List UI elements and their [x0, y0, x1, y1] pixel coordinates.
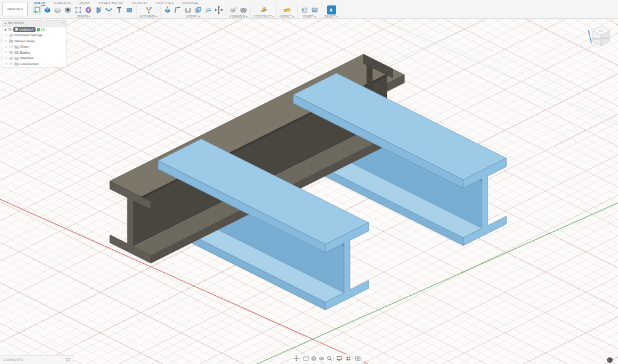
- eye-icon[interactable]: [9, 45, 13, 49]
- browser-item-origin[interactable]: ▷ Origin: [2, 44, 66, 50]
- tab-mesh[interactable]: MESH: [80, 1, 91, 5]
- viewcube-front-label[interactable]: FRONT: [593, 38, 601, 40]
- expand-caret-icon[interactable]: ▷: [5, 62, 8, 65]
- collapse-browser-icon[interactable]: ◀: [4, 22, 7, 25]
- browser-options-icon[interactable]: •: [63, 22, 65, 25]
- group-assemble: ASSEMBLE ▾: [226, 5, 251, 18]
- look-at-icon[interactable]: [319, 356, 325, 362]
- thread-icon[interactable]: [115, 5, 124, 14]
- offset-face-icon[interactable]: [204, 5, 213, 14]
- folder-icon: [14, 62, 19, 66]
- gear-icon: [9, 33, 13, 37]
- eye-icon[interactable]: [9, 62, 13, 66]
- pattern-icon[interactable]: [74, 5, 83, 14]
- folder-icon: [9, 39, 13, 43]
- group-construct-label[interactable]: CONSTRUCT ▾: [253, 15, 274, 18]
- measure-icon[interactable]: [282, 5, 291, 14]
- press-pull-icon[interactable]: [163, 5, 172, 14]
- display-settings-icon[interactable]: ▾: [336, 356, 344, 362]
- browser-panel: ◀ BROWSER • ◢ Untitled v4 ✓ • ▷ Document…: [2, 20, 67, 68]
- help-globe-icon[interactable]: [607, 355, 613, 362]
- grid-snaps-icon[interactable]: ▾: [345, 356, 353, 362]
- canvas-icon[interactable]: [310, 5, 319, 14]
- box-icon[interactable]: [125, 5, 134, 14]
- browser-root-row[interactable]: ◢ Untitled v4 ✓ •: [2, 27, 66, 33]
- joint-icon[interactable]: [239, 5, 248, 14]
- component-icon: [15, 28, 18, 31]
- browser-item-sketches[interactable]: ▷ Sketches: [2, 56, 66, 62]
- navigation-toolbar: ▾ ▾ ▾ ▾ ▾: [291, 354, 365, 362]
- tab-manage[interactable]: MANAGE: [182, 1, 198, 5]
- orbit-icon[interactable]: [311, 356, 317, 362]
- fit-icon[interactable]: [303, 356, 309, 362]
- shell-icon[interactable]: [183, 5, 193, 14]
- browser-item-named-views[interactable]: ▷ Named Views: [2, 38, 66, 44]
- group-select-label[interactable]: SELECT ▾: [325, 15, 339, 18]
- expand-caret-icon[interactable]: ▷: [5, 57, 8, 60]
- viewcube[interactable]: TOP FRONT RIGHT: [587, 23, 614, 53]
- browser-item-bodies[interactable]: ▷ Bodies: [2, 49, 66, 56]
- comments-bar[interactable]: COMMENTS: [0, 355, 74, 364]
- folder-icon: [14, 56, 19, 60]
- new-component-icon[interactable]: [229, 5, 238, 14]
- viewports-icon[interactable]: ▾: [355, 356, 363, 362]
- group-modify-label[interactable]: MODIFY ▾: [186, 15, 200, 18]
- form-icon[interactable]: [53, 5, 62, 14]
- viewcube-right-label[interactable]: RIGHT: [602, 37, 609, 40]
- construction-plane-icon[interactable]: [260, 5, 269, 14]
- tab-surface[interactable]: SURFACE: [54, 1, 71, 5]
- expand-caret-icon[interactable]: ▷: [5, 51, 8, 54]
- hole-icon[interactable]: [63, 5, 72, 14]
- fillet-icon[interactable]: [173, 5, 182, 14]
- select-icon[interactable]: [327, 5, 336, 14]
- tab-utilities[interactable]: UTILITIES: [156, 1, 174, 5]
- browser-title: BROWSER: [8, 22, 25, 25]
- coil-icon[interactable]: [84, 5, 93, 14]
- group-modify: MODIFY ▾: [161, 5, 226, 18]
- design-menu-button[interactable]: DESIGN ▾: [2, 2, 28, 16]
- eye-icon[interactable]: [8, 27, 12, 31]
- viewport-canvas[interactable]: [0, 18, 618, 364]
- comment-bubble-icon[interactable]: [66, 357, 71, 362]
- root-document-pill[interactable]: Untitled v4: [13, 27, 36, 32]
- group-automate-label[interactable]: AUTOMATE ▾: [139, 15, 158, 18]
- browser-item-label: Origin: [20, 45, 29, 48]
- group-assemble-label[interactable]: ASSEMBLE ▾: [229, 15, 247, 18]
- extrude-icon[interactable]: [43, 5, 52, 14]
- folder-icon: [14, 45, 19, 49]
- browser-item-label: Document Settings: [14, 33, 42, 37]
- browser-item-label: Bodies: [20, 51, 30, 54]
- browser-item-document-settings[interactable]: ▷ Document Settings: [2, 33, 66, 39]
- insert-mesh-icon[interactable]: [300, 5, 309, 14]
- zoom-icon[interactable]: ▾: [327, 356, 334, 362]
- move-icon[interactable]: [214, 5, 223, 14]
- tab-plastic[interactable]: PLASTIC: [132, 1, 148, 5]
- ribbon: CREATE ▾ AUTOMATE ▾ MODIFY ▾: [30, 5, 340, 18]
- tab-sheet-metal[interactable]: SHEET METAL: [98, 1, 124, 5]
- group-automate: AUTOMATE ▾: [137, 5, 161, 18]
- expand-caret-icon[interactable]: ▷: [5, 45, 8, 48]
- expand-caret-icon[interactable]: ▷: [5, 39, 8, 42]
- expand-caret-icon[interactable]: ▷: [5, 34, 8, 37]
- pan-icon[interactable]: ▾: [293, 356, 301, 362]
- group-create: CREATE ▾: [30, 5, 137, 18]
- group-inspect-label[interactable]: INSPECT ▾: [279, 15, 295, 18]
- expand-caret-icon[interactable]: ◢: [4, 28, 7, 31]
- sweep-icon[interactable]: [104, 5, 113, 14]
- radial-menu-icon[interactable]: •: [41, 28, 45, 31]
- create-sketch-icon[interactable]: [33, 5, 42, 14]
- combine-icon[interactable]: [194, 5, 203, 14]
- folder-icon: [14, 50, 19, 54]
- group-create-label[interactable]: CREATE ▾: [76, 15, 90, 18]
- browser-item-construction[interactable]: ▷ Construction: [2, 61, 66, 67]
- top-toolbar: DESIGN ▾ SOLID SURFACE MESH SHEET METAL …: [0, 0, 618, 19]
- group-insert-label[interactable]: INSERT ▾: [303, 15, 316, 18]
- eye-icon[interactable]: [9, 50, 13, 54]
- revolve-icon[interactable]: [94, 5, 103, 14]
- comments-label: COMMENTS: [3, 358, 24, 362]
- viewcube-top-label[interactable]: TOP: [599, 30, 604, 33]
- browser-item-label: Named Views: [14, 39, 35, 43]
- automate-icon[interactable]: [144, 5, 153, 14]
- eye-icon[interactable]: [9, 56, 13, 60]
- browser-item-label: Construction: [20, 62, 39, 66]
